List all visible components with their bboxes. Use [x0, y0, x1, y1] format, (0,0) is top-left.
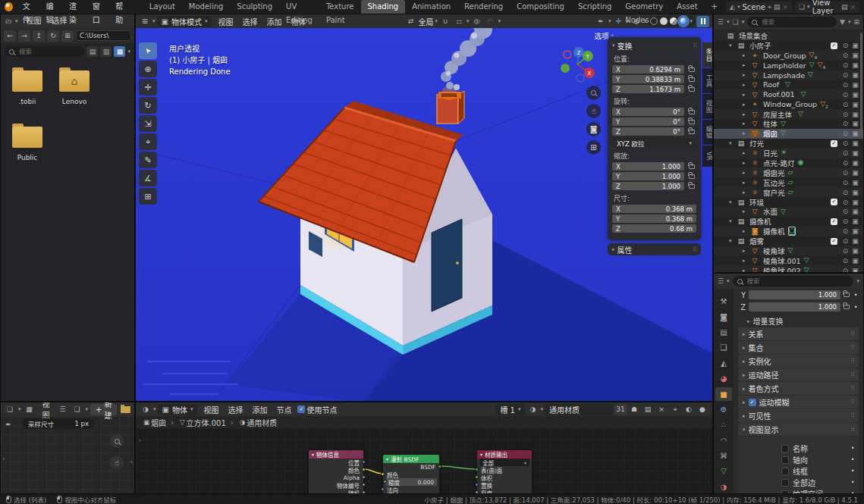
object-name[interactable]: 烟雾 — [749, 236, 764, 246]
value-field[interactable]: X1.000 — [612, 162, 684, 171]
outliner-row[interactable]: 棱角球 ⊙ ▣ — [714, 246, 863, 256]
outliner-row[interactable]: 棱角球.001 ⊙ ▣ — [714, 255, 863, 265]
n-panel-tab[interactable]: 视图 — [702, 94, 713, 119]
outliner-row[interactable]: 窗户光 ⊙ ▣ — [714, 187, 863, 197]
node-canvas[interactable]: › ▾物体信息 位置 颜色 — [136, 428, 712, 493]
expander-icon[interactable] — [743, 82, 750, 88]
expander-icon[interactable] — [743, 228, 750, 234]
snap-target-icon[interactable]: ⚏ — [453, 16, 465, 27]
node-socket-row[interactable]: 置换 — [477, 481, 532, 489]
node-object-info[interactable]: ▾物体信息 位置 颜色 Alpha — [308, 449, 364, 494]
properties-tab[interactable] — [715, 403, 732, 416]
menu-item[interactable]: 视图 — [213, 16, 237, 27]
eyedropper-tool[interactable]: ✒ — [2, 418, 14, 430]
properties-tab[interactable] — [715, 465, 732, 477]
folder-item[interactable]: ⌂ Lenovo — [55, 70, 93, 105]
object-name[interactable]: 棱角球 — [763, 246, 785, 256]
folder-item[interactable]: .tobii — [8, 70, 46, 105]
collection-checkbox[interactable]: ✓ — [831, 199, 837, 205]
value-field[interactable]: Y0.38833 m — [612, 75, 684, 83]
tool-button[interactable] — [139, 133, 157, 150]
animate-dot[interactable]: • — [850, 445, 856, 452]
object-name[interactable]: 烟囱光 — [763, 167, 785, 178]
object-name[interactable]: 摄像机 — [763, 226, 785, 236]
render-visibility-icon[interactable]: ▣ — [850, 91, 860, 99]
mode-selector[interactable]: ▣ 物体模式 ▾ — [157, 16, 212, 27]
expander-icon[interactable] — [729, 199, 737, 205]
breadcrumb-item[interactable]: ◑通用材质 — [240, 417, 277, 428]
render-visibility-icon[interactable]: ▣ — [850, 101, 860, 108]
hide-eye-icon[interactable]: ⊙ — [840, 247, 850, 255]
render-visibility-icon[interactable]: ▣ — [850, 52, 860, 59]
scene-selector[interactable]: ◭▾ Scene ⌖ ▤ × — [726, 2, 792, 13]
properties-tab[interactable] — [715, 418, 732, 431]
menu-item[interactable]: 帮助 — [110, 0, 134, 14]
value-field[interactable]: Y0.368 m — [612, 214, 696, 223]
drag-grip-icon[interactable]: ⠿ — [850, 344, 854, 351]
search-input[interactable] — [17, 47, 80, 56]
new-folder-button[interactable]: ⊞ — [61, 30, 74, 42]
expander-icon[interactable] — [743, 121, 750, 127]
workspace-tab[interactable]: Shading — [361, 0, 406, 14]
output-socket[interactable] — [362, 483, 366, 487]
zoom-button[interactable] — [586, 86, 601, 100]
toolbar-expand-chevron[interactable]: › — [2, 455, 5, 462]
node-socket-row[interactable]: 颜色 — [383, 471, 439, 478]
expander-icon[interactable] — [743, 92, 750, 98]
collapsed-panel[interactable]: ▸ 关系 ⠿ — [738, 327, 859, 340]
lock-icon[interactable] — [689, 174, 695, 179]
node-socket-row[interactable]: 糙度 0.000 — [385, 478, 437, 486]
value-field[interactable]: 1.000 — [749, 290, 840, 299]
value-field[interactable]: Y1.000 — [612, 172, 684, 180]
render-visibility-icon[interactable]: ▣ — [850, 227, 860, 235]
render-visibility-icon[interactable]: ▣ — [850, 61, 860, 69]
render-visibility-icon[interactable]: ▣ — [850, 130, 860, 137]
menu-item[interactable]: 编辑 — [40, 0, 64, 14]
drag-grip-icon[interactable]: ⠿ — [850, 385, 854, 392]
hide-eye-icon[interactable]: ⊙ — [840, 71, 850, 79]
menu-item[interactable]: 节点 — [272, 404, 296, 415]
render-visibility-icon[interactable]: ▣ — [850, 189, 860, 196]
expander-icon[interactable] — [743, 52, 750, 58]
object-name[interactable]: Roof — [763, 80, 779, 89]
transform-panel-header[interactable]: ▾变换 ⠿ — [612, 40, 696, 51]
object-name[interactable]: 窗户光 — [763, 187, 785, 198]
collapsed-panel[interactable]: ▸ ✓ 运动模糊 ⠿ — [738, 396, 859, 409]
n-panel-tab[interactable]: 工具 — [702, 68, 713, 93]
render-visibility-icon[interactable]: ▣ — [850, 208, 860, 215]
animate-dot[interactable]: • — [853, 292, 859, 299]
input-socket[interactable] — [383, 480, 387, 484]
render-visibility-icon[interactable]: ▣ — [850, 111, 860, 118]
node-socket-row[interactable]: 物体编号 — [309, 481, 363, 489]
user-count-badge[interactable]: 31 — [614, 404, 627, 415]
sidebar-expand-chevron[interactable]: ‹ — [130, 459, 133, 465]
view-layer-selector[interactable]: ❏▾ View Layer ▤ × — [795, 2, 859, 13]
render-visibility-icon[interactable]: ▣ — [850, 139, 860, 147]
outliner-row[interactable]: Door_Group 4 ⊙ ▣ — [714, 51, 863, 61]
object-name[interactable]: Lampholder — [763, 61, 806, 70]
render-visibility-icon[interactable]: ▣ — [850, 257, 860, 265]
output-socket[interactable] — [362, 468, 366, 471]
collapsed-panel[interactable]: ▸ 运动路径 ⠿ — [738, 368, 859, 381]
snap-magnet-icon[interactable]: ∪ — [439, 16, 451, 27]
option-checkbox[interactable] — [781, 479, 789, 487]
hide-eye-icon[interactable]: ⊙ — [840, 257, 850, 265]
shader-type-select[interactable]: ▣ 物体 ▾ — [158, 404, 198, 415]
object-name[interactable]: 日光 — [763, 148, 778, 158]
properties-tab[interactable] — [715, 326, 732, 339]
display-mode-icon[interactable]: ☰ — [718, 18, 724, 26]
workspace-tab[interactable]: + — [705, 0, 724, 14]
collection-checkbox[interactable]: ✓ — [831, 218, 837, 225]
expander-icon[interactable] — [743, 208, 750, 214]
collapsed-panel[interactable]: ▸ 着色方式 ⠿ — [738, 382, 859, 395]
tool-button[interactable] — [139, 79, 157, 95]
menu-item[interactable]: 渲染 — [64, 0, 87, 14]
outliner-row[interactable]: 水面 ⊙ ▣ — [714, 207, 863, 217]
expander-icon[interactable] — [743, 102, 750, 108]
expander-icon[interactable] — [729, 218, 737, 224]
node-socket-row[interactable]: Alpha — [309, 474, 363, 481]
object-name[interactable]: 棱角球.002 — [763, 265, 801, 272]
lock-icon[interactable] — [689, 164, 695, 169]
editor-type-icon[interactable]: ❏ — [4, 404, 16, 415]
node-header[interactable]: ▾漫射 BSDF — [383, 455, 439, 463]
